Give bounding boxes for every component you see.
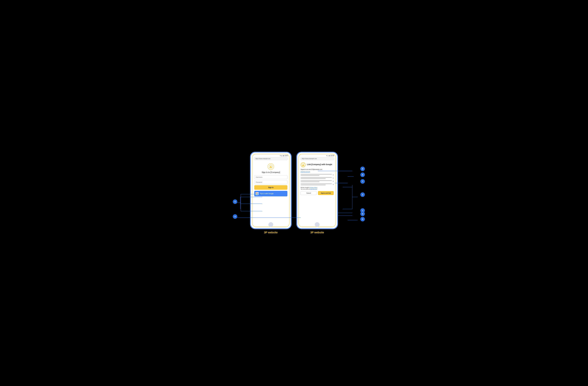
battery-icon2: ▮: [329, 155, 330, 156]
annotation-3: 3: [360, 217, 365, 221]
wifi-icon: ▾: [280, 155, 281, 156]
action-buttons: Cancel Agree and link: [301, 191, 334, 195]
phone1-label: 3P website: [264, 231, 278, 234]
phone2-home-button[interactable]: [315, 222, 319, 227]
svg-marker-22: [270, 165, 272, 168]
annotation-7: 7: [360, 179, 365, 184]
phone2-time: 12:30: [331, 155, 334, 156]
perm-line: [301, 180, 332, 181]
signal-icon2: ▲: [328, 155, 329, 156]
permission-item-3: ∨: [301, 180, 334, 182]
phone1-wrapper: ▾ ▲ ▮ 12:30 https://www.example.com: [250, 152, 291, 234]
signed-in-text: Signed in as user123@example.com: [301, 169, 334, 170]
phone2-company-logo: [301, 162, 306, 167]
agree-link-button[interactable]: Agree and link: [318, 191, 334, 195]
annotation-A: A: [360, 173, 365, 177]
cancel-button[interactable]: Cancel: [301, 191, 317, 195]
perm-lines-1: [301, 174, 332, 176]
annotation-2: 2: [360, 192, 365, 197]
password-input[interactable]: [254, 180, 287, 184]
triangle-icon: [269, 165, 273, 168]
phone1-status-bar: ▾ ▲ ▮ 12:30: [252, 154, 289, 157]
phone1-url: https://www.example.com: [255, 158, 271, 159]
phone2-content: Link [Company] with Google Signed in as …: [299, 161, 336, 197]
phone1-home-button[interactable]: [269, 222, 273, 227]
google-sign-in-button[interactable]: Sign in with Google: [254, 191, 287, 196]
perm-line: [301, 183, 332, 184]
sign-in-button[interactable]: Sign In: [254, 185, 287, 190]
phone2-address-bar[interactable]: https://www.example.com: [300, 157, 334, 160]
privacy-policy-link[interactable]: Privacy Policy: [310, 187, 317, 188]
phone1-time: 12:30: [284, 155, 288, 156]
phone2-url: https://www.example.com: [302, 158, 317, 159]
phone2-shell: ▾ ▲ ▮ 12:30 https://www.example.com: [297, 152, 338, 229]
annotation-8: 8: [360, 167, 365, 171]
wifi-icon2: ▾: [326, 155, 327, 156]
perm-line: [301, 174, 332, 175]
google-logo: [256, 193, 258, 195]
svg-marker-24: [302, 164, 304, 166]
change-account-link[interactable]: change account: [301, 171, 310, 173]
perm-lines-4: [301, 183, 332, 186]
phone1-screen: ▾ ▲ ▮ 12:30 https://www.example.com: [252, 154, 290, 227]
chevron-icon-1: ∨: [333, 174, 334, 176]
perm-line: [301, 175, 319, 176]
google-button-label: Sign in with Google: [260, 193, 273, 195]
unlink-text: You can unlink at example.com: [301, 188, 334, 190]
connector-lines: [221, 145, 367, 241]
phone1-company-logo: [268, 163, 274, 170]
phone1-content: Sign in to [Company] Sign In: [252, 161, 289, 198]
annotation-5: 5: [233, 199, 237, 204]
phone2-status-bar: ▾ ▲ ▮ 12:30: [299, 154, 336, 157]
phone1-address-bar[interactable]: https://www.example.com: [254, 157, 288, 160]
chevron-icon-3: ∨: [333, 180, 334, 182]
perm-lines-2: [301, 177, 332, 180]
unlink-link[interactable]: example.com: [310, 188, 317, 190]
policy-text: Review Google's Privacy Policy: [301, 187, 334, 188]
perm-line: [301, 178, 326, 179]
perm-line: [301, 177, 332, 178]
permission-item-1: ∨: [301, 174, 334, 176]
annotation-4: 4: [233, 214, 237, 219]
annotation-6: 6: [360, 212, 365, 216]
permission-item-4: ∨: [301, 183, 334, 186]
chevron-icon-4: ∨: [333, 183, 334, 185]
phone2-title: Link [Company] with Google: [307, 163, 332, 165]
phone2-screen: ▾ ▲ ▮ 12:30 https://www.example.com: [298, 154, 336, 227]
perm-line: [301, 184, 326, 185]
google-icon: [256, 192, 258, 195]
chevron-icon-2: ∨: [333, 177, 334, 179]
diagram-container: ▾ ▲ ▮ 12:30 https://www.example.com: [221, 145, 367, 241]
permission-item-2: ∨: [301, 177, 334, 180]
perm-line: [301, 182, 319, 182]
perm-lines-3: [301, 180, 332, 182]
permissions-list: ∨ ∨: [301, 174, 334, 186]
phone1-shell: ▾ ▲ ▮ 12:30 https://www.example.com: [250, 152, 291, 229]
battery-icon: ▮: [283, 155, 284, 156]
username-input[interactable]: [254, 175, 287, 179]
phone2-wrapper: ▾ ▲ ▮ 12:30 https://www.example.com: [297, 152, 338, 234]
signal-icon: ▲: [281, 155, 282, 156]
phone2-label: 3P website: [310, 231, 324, 234]
phone1-title: Sign in to [Company]: [254, 171, 287, 173]
triangle-icon2: [301, 163, 305, 167]
